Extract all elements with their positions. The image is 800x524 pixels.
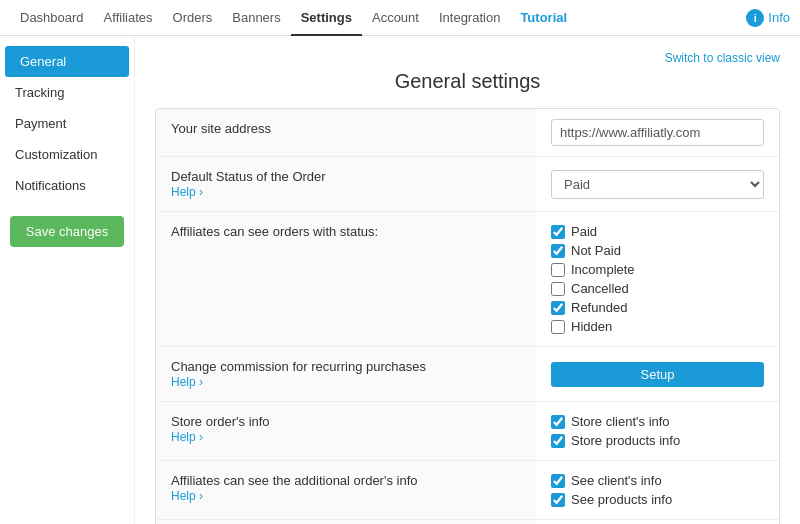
checkbox-paid-input[interactable] bbox=[551, 225, 565, 239]
nav-banners[interactable]: Banners bbox=[222, 0, 290, 36]
setup-button[interactable]: Setup bbox=[551, 362, 764, 387]
info-icon: i bbox=[746, 9, 764, 27]
checkbox-paid: Paid bbox=[551, 224, 764, 239]
checkbox-hidden: Hidden bbox=[551, 319, 764, 334]
checkbox-store-client-input[interactable] bbox=[551, 415, 565, 429]
label-site-address: Your site address bbox=[156, 109, 536, 156]
row-additional-orders-info: Affiliates can see the additional order'… bbox=[156, 461, 779, 520]
sidebar-item-payment[interactable]: Payment bbox=[0, 108, 134, 139]
nav-settings[interactable]: Settings bbox=[291, 0, 362, 36]
info-button[interactable]: i Info bbox=[746, 9, 790, 27]
top-nav: Dashboard Affiliates Orders Banners Sett… bbox=[0, 0, 800, 36]
row-change-commission: Change commission for recurring purchase… bbox=[156, 347, 779, 402]
row-store-orders-info: Store order's info Help › Store client's… bbox=[156, 402, 779, 461]
label-additional-orders-info: Affiliates can see the additional order'… bbox=[156, 461, 536, 519]
row-site-address: Your site address bbox=[156, 109, 779, 157]
sidebar: General Tracking Payment Customization N… bbox=[0, 36, 135, 524]
checkbox-store-client: Store client's info bbox=[551, 414, 764, 429]
checkbox-see-client: See client's info bbox=[551, 473, 764, 488]
checkbox-cancelled: Cancelled bbox=[551, 281, 764, 296]
value-site-address bbox=[536, 109, 779, 156]
layout: General Tracking Payment Customization N… bbox=[0, 36, 800, 524]
label-store-orders-info: Store order's info Help › bbox=[156, 402, 536, 460]
checkbox-incomplete-input[interactable] bbox=[551, 263, 565, 277]
help-additional-orders-info[interactable]: Help › bbox=[171, 489, 203, 503]
sidebar-item-general[interactable]: General bbox=[5, 46, 129, 77]
sidebar-item-notifications[interactable]: Notifications bbox=[0, 170, 134, 201]
nav-dashboard[interactable]: Dashboard bbox=[10, 0, 94, 36]
sidebar-item-customization[interactable]: Customization bbox=[0, 139, 134, 170]
checkbox-cancelled-input[interactable] bbox=[551, 282, 565, 296]
help-default-status[interactable]: Help › bbox=[171, 185, 203, 199]
row-cancel-commission: Cancel commission for orders made with t… bbox=[156, 520, 779, 524]
nav-integration[interactable]: Integration bbox=[429, 0, 510, 36]
checkbox-refunded-input[interactable] bbox=[551, 301, 565, 315]
value-change-commission: Setup bbox=[536, 347, 779, 401]
row-default-status: Default Status of the Order Help › Paid … bbox=[156, 157, 779, 212]
value-store-orders-info: Store client's info Store products info bbox=[536, 402, 779, 460]
save-changes-button[interactable]: Save changes bbox=[10, 216, 124, 247]
checkbox-hidden-input[interactable] bbox=[551, 320, 565, 334]
default-status-select[interactable]: Paid Not Paid Incomplete Cancelled Refun… bbox=[551, 170, 764, 199]
label-cancel-commission: Cancel commission for orders made with t… bbox=[156, 520, 536, 524]
help-change-commission[interactable]: Help › bbox=[171, 375, 203, 389]
settings-table: Your site address Default Status of the … bbox=[155, 108, 780, 524]
row-affiliates-see-orders: Affiliates can see orders with status: P… bbox=[156, 212, 779, 347]
nav-affiliates[interactable]: Affiliates bbox=[94, 0, 163, 36]
value-cancel-commission: Cancel bbox=[536, 520, 779, 524]
value-additional-orders-info: See client's info See products info bbox=[536, 461, 779, 519]
checkbox-store-products: Store products info bbox=[551, 433, 764, 448]
site-address-input[interactable] bbox=[551, 119, 764, 146]
checkbox-see-client-input[interactable] bbox=[551, 474, 565, 488]
value-default-status: Paid Not Paid Incomplete Cancelled Refun… bbox=[536, 157, 779, 211]
label-affiliates-see-orders: Affiliates can see orders with status: bbox=[156, 212, 536, 346]
switch-classic-link[interactable]: Switch to classic view bbox=[155, 51, 780, 65]
main-content: Switch to classic view General settings … bbox=[135, 36, 800, 524]
checkbox-refunded: Refunded bbox=[551, 300, 764, 315]
checkbox-see-products-input[interactable] bbox=[551, 493, 565, 507]
checkbox-see-products: See products info bbox=[551, 492, 764, 507]
info-label: Info bbox=[768, 10, 790, 25]
sidebar-item-tracking[interactable]: Tracking bbox=[0, 77, 134, 108]
value-affiliates-see-orders: Paid Not Paid Incomplete Cancelled bbox=[536, 212, 779, 346]
label-default-status: Default Status of the Order Help › bbox=[156, 157, 536, 211]
nav-account[interactable]: Account bbox=[362, 0, 429, 36]
nav-tutorial[interactable]: Tutorial bbox=[510, 0, 577, 36]
checkbox-incomplete: Incomplete bbox=[551, 262, 764, 277]
checkbox-not-paid-input[interactable] bbox=[551, 244, 565, 258]
checkbox-not-paid: Not Paid bbox=[551, 243, 764, 258]
nav-orders[interactable]: Orders bbox=[163, 0, 223, 36]
page-title: General settings bbox=[155, 70, 780, 93]
label-change-commission: Change commission for recurring purchase… bbox=[156, 347, 536, 401]
checkbox-store-products-input[interactable] bbox=[551, 434, 565, 448]
help-store-orders-info[interactable]: Help › bbox=[171, 430, 203, 444]
